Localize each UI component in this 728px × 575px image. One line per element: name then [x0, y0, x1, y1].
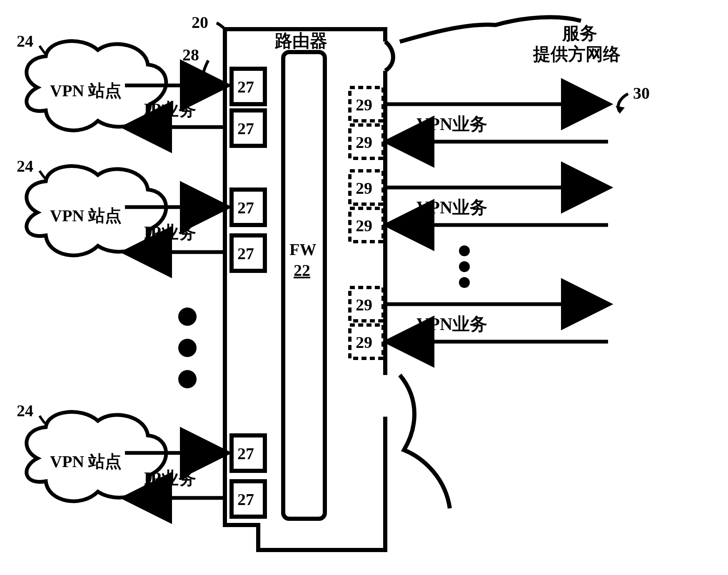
svg-point-25 — [178, 308, 197, 326]
num-28-arrow — [203, 60, 212, 88]
port27-2a: 27 — [237, 198, 254, 218]
cloud-label-2: VPN 站点 — [50, 204, 122, 227]
fw-num: 22 — [294, 260, 310, 280]
ip-traffic-3: IP业务 — [144, 467, 196, 490]
router-num: 20 — [192, 12, 208, 32]
ellipsis-left — [178, 308, 197, 388]
cloud-num-3: 24 — [17, 401, 33, 420]
port27-3a: 27 — [237, 444, 254, 463]
ip-traffic-1: IP业务 — [144, 98, 196, 121]
cloud-label-3: VPN 站点 — [50, 450, 122, 473]
port27-1a: 27 — [237, 77, 254, 97]
port27-3b: 27 — [237, 490, 254, 509]
port29-1b: 29 — [356, 132, 372, 152]
num-30-arrow — [616, 94, 628, 114]
port27-1b: 27 — [237, 119, 254, 138]
port29-1a: 29 — [356, 95, 372, 115]
cloud-num-2: 24 — [17, 156, 33, 176]
ellipsis-right — [459, 245, 470, 288]
port27-2b: 27 — [237, 244, 254, 263]
port29-2b: 29 — [356, 216, 372, 235]
fw-label: FW — [289, 240, 316, 259]
num-30: 30 — [633, 83, 650, 103]
ip-traffic-2: IP业务 — [144, 221, 196, 244]
svg-point-28 — [459, 245, 470, 256]
vpn-traffic-3: VPN业务 — [416, 312, 487, 336]
fw-box — [283, 52, 325, 519]
port29-3b: 29 — [356, 332, 372, 352]
svg-point-26 — [178, 339, 197, 357]
port29-3a: 29 — [356, 295, 372, 315]
provider-label-1: 服务 — [562, 22, 597, 45]
provider-network-cloud — [385, 17, 581, 508]
cloud-label-1: VPN 站点 — [50, 79, 122, 102]
num-28: 28 — [182, 45, 199, 65]
svg-point-30 — [459, 277, 470, 288]
vpn-traffic-1: VPN业务 — [416, 112, 487, 136]
vpn-traffic-2: VPN业务 — [416, 196, 487, 219]
provider-label-2: 提供方网络 — [533, 42, 621, 66]
cloud-num-1: 24 — [17, 31, 33, 51]
router-title: 路由器 — [275, 29, 327, 52]
svg-point-27 — [178, 370, 197, 388]
right-arrows — [387, 104, 608, 342]
svg-point-29 — [459, 261, 470, 272]
port29-2a: 29 — [356, 178, 372, 198]
svg-rect-0 — [283, 52, 325, 519]
